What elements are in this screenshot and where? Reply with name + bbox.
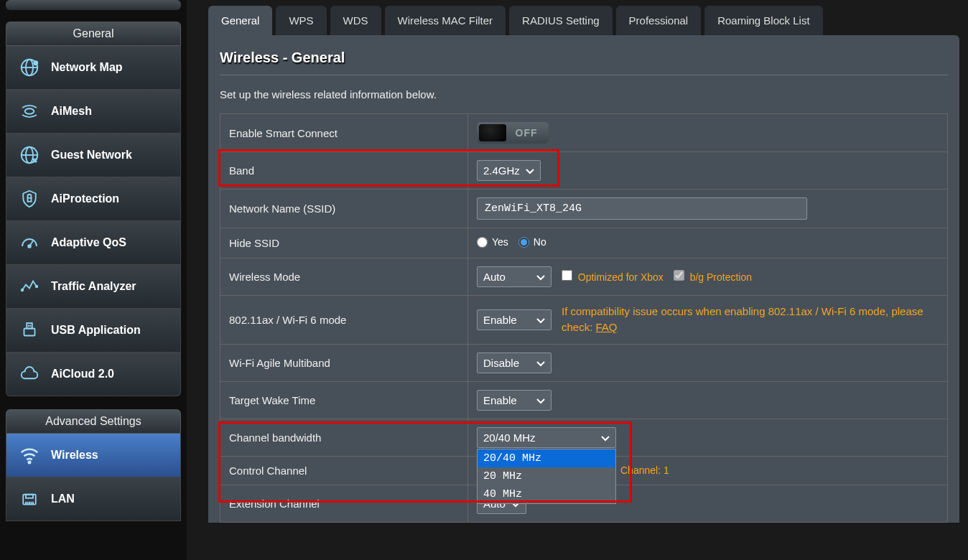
label-ext-channel: Extension Channel bbox=[220, 485, 468, 522]
sidebar-item-label: LAN bbox=[51, 493, 75, 505]
twt-select[interactable]: Enable bbox=[477, 390, 552, 411]
row-band: Band 2.4GHz bbox=[220, 152, 948, 190]
sidebar-item-guest-network[interactable]: Guest Network bbox=[6, 134, 181, 177]
label-bandwidth: Channel bandwidth bbox=[220, 419, 468, 456]
svg-rect-8 bbox=[28, 198, 32, 202]
sidebar-item-label: AiMesh bbox=[51, 105, 92, 118]
select-value: Enable bbox=[483, 314, 517, 326]
row-agile: Wi-Fi Agile Multiband Disable bbox=[220, 344, 948, 381]
label-control-channel: Control Channel bbox=[220, 456, 468, 485]
hide-ssid-no-radio[interactable] bbox=[518, 237, 529, 248]
hide-ssid-yes-radio[interactable] bbox=[477, 237, 488, 248]
xbox-label: Optimized for Xbox bbox=[578, 271, 664, 283]
chevron-down-icon bbox=[536, 357, 545, 369]
wireless-mode-select[interactable]: Auto bbox=[477, 266, 552, 287]
main-content: General WPS WDS Wireless MAC Filter RADI… bbox=[187, 0, 968, 560]
toggle-state: OFF bbox=[506, 127, 546, 139]
tab-professional[interactable]: Professional bbox=[616, 6, 702, 35]
control-channel-info: Channel: 1 bbox=[620, 465, 669, 476]
tab-radius[interactable]: RADIUS Setting bbox=[509, 6, 613, 35]
svg-point-11 bbox=[22, 289, 24, 291]
bg-label: b/g Protection bbox=[690, 271, 752, 283]
bandwidth-option[interactable]: 20 MHz bbox=[478, 467, 615, 485]
sidebar: General Network Map AiMesh Guest Network… bbox=[0, 0, 187, 560]
tab-wps[interactable]: WPS bbox=[276, 6, 326, 35]
label-band: Band bbox=[220, 152, 468, 190]
label-wireless-mode: Wireless Mode bbox=[220, 258, 468, 295]
sidebar-item-label: AiCloud 2.0 bbox=[51, 368, 114, 381]
sidebar-item-wireless[interactable]: Wireless bbox=[6, 434, 181, 477]
smart-connect-toggle[interactable]: OFF bbox=[477, 122, 549, 144]
bandwidth-options: 20/40 MHz 20 MHz 40 MHz bbox=[477, 449, 616, 504]
select-value: 20/40 MHz bbox=[483, 431, 536, 444]
mesh-icon bbox=[18, 100, 41, 123]
chevron-down-icon bbox=[601, 431, 610, 444]
sidebar-item-aiprotection[interactable]: AiProtection bbox=[6, 177, 181, 221]
guest-icon bbox=[18, 144, 41, 167]
sidebar-item-lan[interactable]: LAN bbox=[6, 477, 181, 521]
svg-point-17 bbox=[29, 462, 31, 464]
sidebar-item-label: Adaptive QoS bbox=[51, 236, 126, 249]
agile-select[interactable]: Disable bbox=[477, 353, 552, 373]
faq-link[interactable]: FAQ bbox=[596, 321, 618, 333]
sidebar-item-network-map[interactable]: Network Map bbox=[6, 46, 181, 90]
row-wifi6: 802.11ax / Wi-Fi 6 mode Enable If compat… bbox=[220, 295, 948, 344]
bandwidth-option[interactable]: 40 MHz bbox=[478, 485, 615, 503]
svg-point-4 bbox=[25, 108, 34, 114]
row-ssid: Network Name (SSID) bbox=[220, 190, 948, 228]
chevron-down-icon bbox=[536, 394, 545, 406]
tab-wds[interactable]: WDS bbox=[330, 6, 381, 35]
label-hide-ssid: Hide SSID bbox=[220, 228, 468, 258]
bandwidth-dropdown: 20/40 MHz 20/40 MHz 20 MHz 40 MHz bbox=[477, 427, 616, 448]
panel-desc: Set up the wireless related information … bbox=[220, 88, 948, 101]
sidebar-item-usb-application[interactable]: USB Application bbox=[6, 309, 181, 353]
meter-icon bbox=[18, 231, 41, 254]
label-ssid: Network Name (SSID) bbox=[220, 190, 468, 228]
bandwidth-select[interactable]: 20/40 MHz bbox=[477, 427, 616, 448]
select-value: Enable bbox=[483, 394, 517, 406]
tab-general[interactable]: General bbox=[208, 6, 272, 35]
sidebar-item-label: Wireless bbox=[51, 449, 98, 462]
chevron-down-icon bbox=[536, 271, 545, 283]
row-hide-ssid: Hide SSID Yes No bbox=[220, 228, 948, 258]
tab-bar: General WPS WDS Wireless MAC Filter RADI… bbox=[208, 6, 959, 35]
tab-mac-filter[interactable]: Wireless MAC Filter bbox=[385, 6, 506, 35]
sidebar-advanced-header: Advanced Settings bbox=[6, 409, 181, 434]
row-bandwidth: Channel bandwidth 20/40 MHz 20/40 MHz 20… bbox=[220, 419, 948, 456]
sidebar-item-adaptive-qos[interactable]: Adaptive QoS bbox=[6, 221, 181, 265]
tab-roaming[interactable]: Roaming Block List bbox=[704, 6, 822, 35]
wifi6-select[interactable]: Enable bbox=[477, 309, 552, 330]
sidebar-item-label: Traffic Analyzer bbox=[51, 280, 136, 293]
bandwidth-option[interactable]: 20/40 MHz bbox=[478, 449, 615, 467]
sidebar-item-label: Guest Network bbox=[51, 149, 132, 162]
svg-point-12 bbox=[36, 286, 38, 288]
wifi-icon bbox=[18, 444, 41, 467]
bg-checkbox[interactable] bbox=[674, 270, 684, 281]
ssid-input[interactable] bbox=[477, 197, 807, 220]
svg-point-10 bbox=[28, 245, 31, 248]
panel-divider bbox=[220, 75, 948, 75]
lan-icon bbox=[18, 487, 41, 510]
label-agile: Wi-Fi Agile Multiband bbox=[220, 344, 468, 381]
svg-rect-19 bbox=[26, 495, 33, 498]
xbox-checkbox[interactable] bbox=[562, 270, 572, 281]
select-value: 2.4GHz bbox=[483, 164, 520, 177]
cloud-icon bbox=[18, 363, 41, 386]
sidebar-item-traffic-analyzer[interactable]: Traffic Analyzer bbox=[6, 265, 181, 309]
sidebar-item-label: AiProtection bbox=[51, 192, 119, 205]
panel-title: Wireless - General bbox=[220, 50, 948, 75]
sidebar-item-aicloud[interactable]: AiCloud 2.0 bbox=[6, 353, 181, 396]
setup-item[interactable] bbox=[6, 0, 181, 10]
sidebar-item-label: Network Map bbox=[51, 61, 123, 74]
chevron-down-icon bbox=[526, 164, 534, 177]
row-smart-connect: Enable Smart Connect OFF bbox=[220, 114, 948, 152]
sidebar-general-header: General bbox=[6, 22, 181, 46]
svg-rect-13 bbox=[24, 329, 35, 336]
toggle-knob bbox=[479, 124, 506, 141]
svg-point-3 bbox=[34, 61, 37, 65]
chevron-down-icon bbox=[536, 314, 545, 326]
label-smart-connect: Enable Smart Connect bbox=[220, 114, 468, 152]
band-select[interactable]: 2.4GHz bbox=[477, 160, 541, 181]
settings-table: Enable Smart Connect OFF Band 2.4GHz bbox=[220, 113, 948, 523]
sidebar-item-aimesh[interactable]: AiMesh bbox=[6, 90, 181, 134]
